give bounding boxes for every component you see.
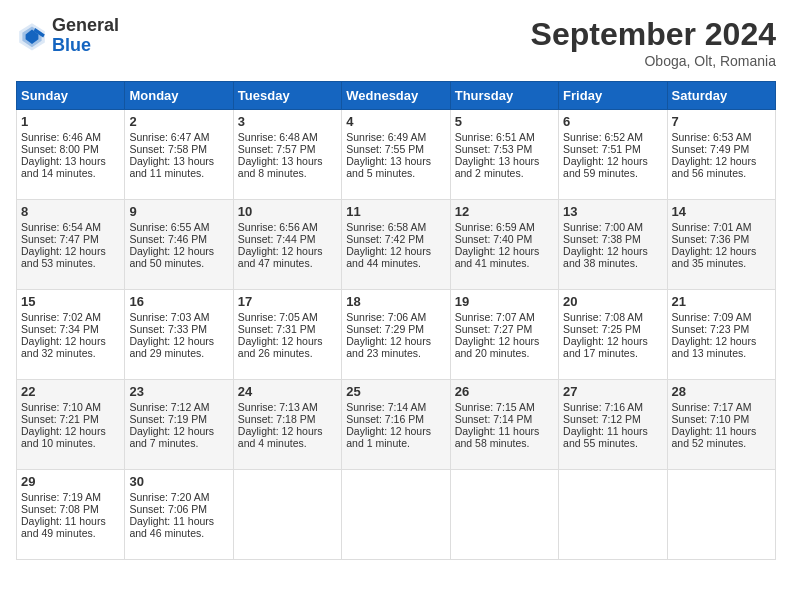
daylight: Daylight: 12 hours and 38 minutes.: [563, 245, 648, 269]
calendar-cell: [233, 470, 341, 560]
sunset: Sunset: 7:44 PM: [238, 233, 316, 245]
sunrise: Sunrise: 6:46 AM: [21, 131, 101, 143]
calendar-cell: [342, 470, 450, 560]
sunrise: Sunrise: 6:55 AM: [129, 221, 209, 233]
sunrise: Sunrise: 7:15 AM: [455, 401, 535, 413]
sunset: Sunset: 7:46 PM: [129, 233, 207, 245]
day-number: 15: [21, 294, 120, 309]
page-header: General Blue September 2024 Oboga, Olt, …: [16, 16, 776, 69]
calendar-cell: 7Sunrise: 6:53 AMSunset: 7:49 PMDaylight…: [667, 110, 775, 200]
sunset: Sunset: 7:47 PM: [21, 233, 99, 245]
calendar-cell: 13Sunrise: 7:00 AMSunset: 7:38 PMDayligh…: [559, 200, 667, 290]
col-wednesday: Wednesday: [342, 82, 450, 110]
daylight: Daylight: 12 hours and 32 minutes.: [21, 335, 106, 359]
calendar-week-4: 22Sunrise: 7:10 AMSunset: 7:21 PMDayligh…: [17, 380, 776, 470]
daylight: Daylight: 13 hours and 14 minutes.: [21, 155, 106, 179]
sunset: Sunset: 7:27 PM: [455, 323, 533, 335]
calendar-cell: [559, 470, 667, 560]
daylight: Daylight: 13 hours and 11 minutes.: [129, 155, 214, 179]
calendar-week-5: 29Sunrise: 7:19 AMSunset: 7:08 PMDayligh…: [17, 470, 776, 560]
sunrise: Sunrise: 7:16 AM: [563, 401, 643, 413]
sunset: Sunset: 7:38 PM: [563, 233, 641, 245]
sunset: Sunset: 7:34 PM: [21, 323, 99, 335]
sunrise: Sunrise: 6:54 AM: [21, 221, 101, 233]
day-number: 25: [346, 384, 445, 399]
col-monday: Monday: [125, 82, 233, 110]
day-number: 30: [129, 474, 228, 489]
col-sunday: Sunday: [17, 82, 125, 110]
day-number: 9: [129, 204, 228, 219]
daylight: Daylight: 12 hours and 47 minutes.: [238, 245, 323, 269]
sunset: Sunset: 7:14 PM: [455, 413, 533, 425]
sunset: Sunset: 7:42 PM: [346, 233, 424, 245]
sunrise: Sunrise: 7:08 AM: [563, 311, 643, 323]
day-number: 19: [455, 294, 554, 309]
day-number: 27: [563, 384, 662, 399]
logo-icon: [16, 20, 48, 52]
sunset: Sunset: 7:36 PM: [672, 233, 750, 245]
calendar-cell: 8Sunrise: 6:54 AMSunset: 7:47 PMDaylight…: [17, 200, 125, 290]
month-title: September 2024: [531, 16, 776, 53]
sunset: Sunset: 7:58 PM: [129, 143, 207, 155]
sunrise: Sunrise: 6:48 AM: [238, 131, 318, 143]
calendar-cell: 17Sunrise: 7:05 AMSunset: 7:31 PMDayligh…: [233, 290, 341, 380]
sunrise: Sunrise: 7:01 AM: [672, 221, 752, 233]
sunrise: Sunrise: 7:20 AM: [129, 491, 209, 503]
sunset: Sunset: 7:55 PM: [346, 143, 424, 155]
day-number: 10: [238, 204, 337, 219]
sunrise: Sunrise: 7:19 AM: [21, 491, 101, 503]
location: Oboga, Olt, Romania: [531, 53, 776, 69]
day-number: 23: [129, 384, 228, 399]
sunset: Sunset: 7:23 PM: [672, 323, 750, 335]
sunrise: Sunrise: 7:07 AM: [455, 311, 535, 323]
daylight: Daylight: 13 hours and 8 minutes.: [238, 155, 323, 179]
sunrise: Sunrise: 7:14 AM: [346, 401, 426, 413]
calendar-cell: 12Sunrise: 6:59 AMSunset: 7:40 PMDayligh…: [450, 200, 558, 290]
calendar-cell: 30Sunrise: 7:20 AMSunset: 7:06 PMDayligh…: [125, 470, 233, 560]
sunset: Sunset: 7:31 PM: [238, 323, 316, 335]
day-number: 8: [21, 204, 120, 219]
day-number: 20: [563, 294, 662, 309]
calendar-cell: 11Sunrise: 6:58 AMSunset: 7:42 PMDayligh…: [342, 200, 450, 290]
daylight: Daylight: 11 hours and 49 minutes.: [21, 515, 106, 539]
col-tuesday: Tuesday: [233, 82, 341, 110]
sunset: Sunset: 7:53 PM: [455, 143, 533, 155]
calendar-cell: 5Sunrise: 6:51 AMSunset: 7:53 PMDaylight…: [450, 110, 558, 200]
calendar-cell: 21Sunrise: 7:09 AMSunset: 7:23 PMDayligh…: [667, 290, 775, 380]
sunrise: Sunrise: 7:13 AM: [238, 401, 318, 413]
calendar-week-3: 15Sunrise: 7:02 AMSunset: 7:34 PMDayligh…: [17, 290, 776, 380]
daylight: Daylight: 11 hours and 52 minutes.: [672, 425, 757, 449]
calendar-cell: [667, 470, 775, 560]
day-number: 18: [346, 294, 445, 309]
day-number: 17: [238, 294, 337, 309]
calendar-cell: 10Sunrise: 6:56 AMSunset: 7:44 PMDayligh…: [233, 200, 341, 290]
daylight: Daylight: 12 hours and 20 minutes.: [455, 335, 540, 359]
sunset: Sunset: 7:08 PM: [21, 503, 99, 515]
sunrise: Sunrise: 6:58 AM: [346, 221, 426, 233]
sunrise: Sunrise: 7:09 AM: [672, 311, 752, 323]
sunset: Sunset: 7:16 PM: [346, 413, 424, 425]
day-number: 2: [129, 114, 228, 129]
daylight: Daylight: 11 hours and 55 minutes.: [563, 425, 648, 449]
sunrise: Sunrise: 6:56 AM: [238, 221, 318, 233]
day-number: 11: [346, 204, 445, 219]
sunset: Sunset: 7:40 PM: [455, 233, 533, 245]
calendar-cell: 20Sunrise: 7:08 AMSunset: 7:25 PMDayligh…: [559, 290, 667, 380]
calendar-cell: 6Sunrise: 6:52 AMSunset: 7:51 PMDaylight…: [559, 110, 667, 200]
calendar-cell: 1Sunrise: 6:46 AMSunset: 8:00 PMDaylight…: [17, 110, 125, 200]
daylight: Daylight: 11 hours and 46 minutes.: [129, 515, 214, 539]
calendar-table: Sunday Monday Tuesday Wednesday Thursday…: [16, 81, 776, 560]
sunrise: Sunrise: 6:49 AM: [346, 131, 426, 143]
sunrise: Sunrise: 7:03 AM: [129, 311, 209, 323]
calendar-cell: 23Sunrise: 7:12 AMSunset: 7:19 PMDayligh…: [125, 380, 233, 470]
calendar-cell: 9Sunrise: 6:55 AMSunset: 7:46 PMDaylight…: [125, 200, 233, 290]
daylight: Daylight: 12 hours and 4 minutes.: [238, 425, 323, 449]
daylight: Daylight: 12 hours and 56 minutes.: [672, 155, 757, 179]
calendar-cell: 16Sunrise: 7:03 AMSunset: 7:33 PMDayligh…: [125, 290, 233, 380]
sunset: Sunset: 7:57 PM: [238, 143, 316, 155]
calendar-cell: 3Sunrise: 6:48 AMSunset: 7:57 PMDaylight…: [233, 110, 341, 200]
day-number: 4: [346, 114, 445, 129]
calendar-cell: 18Sunrise: 7:06 AMSunset: 7:29 PMDayligh…: [342, 290, 450, 380]
sunrise: Sunrise: 7:02 AM: [21, 311, 101, 323]
daylight: Daylight: 12 hours and 50 minutes.: [129, 245, 214, 269]
